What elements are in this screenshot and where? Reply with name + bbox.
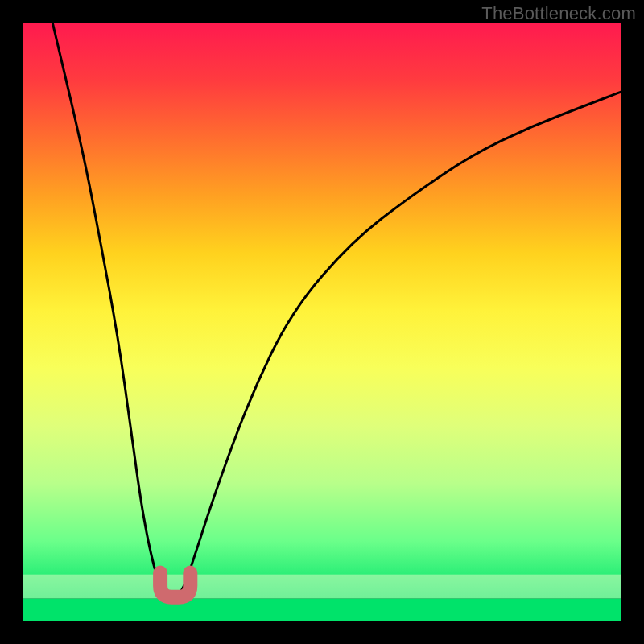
pale-band: [23, 575, 621, 599]
chart-frame: TheBottleneck.com: [0, 0, 644, 644]
green-baseline-band: [23, 599, 621, 621]
bottleneck-chart: [0, 0, 644, 644]
